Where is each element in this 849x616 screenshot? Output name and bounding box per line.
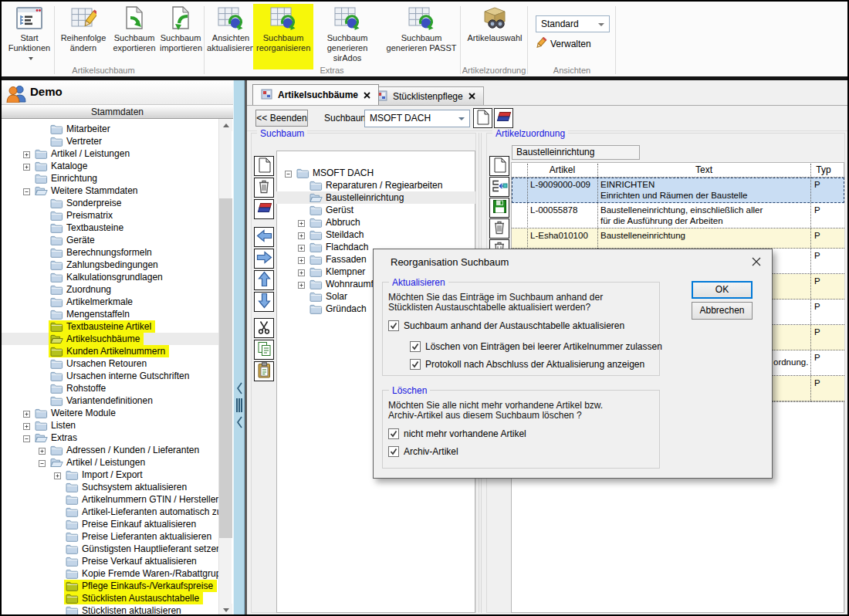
- tree-item-content[interactable]: Stücklisten aktualisieren: [64, 604, 185, 616]
- checkbox-checked-icon[interactable]: [388, 428, 399, 439]
- tree-item-content[interactable]: Ursachen Retouren: [49, 357, 151, 370]
- tree-item-content[interactable]: Geräte: [49, 234, 99, 246]
- ribbon-button-start-funktionen[interactable]: StartFunktionen: [6, 4, 52, 67]
- tree-item-content[interactable]: Rohstoffe: [49, 382, 110, 394]
- new-node-button[interactable]: [254, 156, 274, 176]
- erase-button[interactable]: [254, 199, 274, 219]
- ribbon-button-suchbaum-importieren[interactable]: Suchbaumimportieren: [160, 4, 201, 67]
- tree-item-content[interactable]: Preise Verkauf aktualisieren: [64, 555, 201, 567]
- new-entry-button[interactable]: [489, 156, 509, 176]
- delete-suchbaum-button[interactable]: [494, 108, 513, 128]
- tree-item-artikelnummern-gtin-hersteller-aktua[interactable]: Artikelnummern GTIN / Hersteller aktua: [2, 493, 220, 506]
- column-header-text[interactable]: Text: [597, 164, 810, 177]
- suchbaum-select[interactable]: MSOFT DACH: [364, 110, 470, 127]
- expand-icon[interactable]: [298, 243, 305, 254]
- close-icon[interactable]: [750, 256, 763, 268]
- tree-item-content[interactable]: Abbruch: [308, 216, 364, 228]
- abbrechen-button[interactable]: Abbrechen: [692, 302, 753, 320]
- column-header-artikel[interactable]: Artikel: [527, 164, 597, 177]
- tree-item-geräte[interactable]: Geräte: [2, 234, 220, 246]
- sidebar-section-stammdaten[interactable]: Stammdaten: [2, 106, 233, 119]
- tree-item-artikel-lieferanten-automatisch-zuordne[interactable]: Artikel-Lieferanten automatisch zuordne: [2, 506, 220, 518]
- tree-item-textbausteine[interactable]: Textbausteine: [2, 222, 220, 234]
- tree-item-content[interactable]: Kataloge: [33, 160, 91, 172]
- tree-item-import-export[interactable]: Import / Export: [2, 469, 220, 481]
- sidebar-splitter[interactable]: [233, 80, 245, 616]
- expand-icon[interactable]: [39, 446, 46, 457]
- checkbox-austauschtabelle[interactable]: Suchbaum anhand der Austauschtabelle akt…: [388, 320, 624, 331]
- tree-item-content[interactable]: Wohnraumfe: [308, 278, 382, 290]
- tree-item-einrichtung[interactable]: Einrichtung: [2, 172, 220, 184]
- tree-item-content[interactable]: Stücklisten Austauschtabelle: [64, 592, 203, 604]
- checkbox-protokoll[interactable]: Protokoll nach Abschluss der Aktualisier…: [410, 359, 644, 370]
- delete-entry-button[interactable]: [489, 218, 509, 239]
- tree-item-content[interactable]: Mitarbeiter: [49, 123, 114, 135]
- copy-button[interactable]: [254, 340, 274, 360]
- tree-item-content[interactable]: Gründach: [308, 303, 370, 315]
- tree-item-sonderpreise[interactable]: Sonderpreise: [2, 197, 220, 209]
- tree-item-content[interactable]: Steildach: [308, 228, 367, 241]
- tree-item-content[interactable]: Artikelnummern GTIN / Hersteller aktua: [64, 493, 220, 506]
- tree-item-artikelsuchbäume[interactable]: Artikelsuchbäume: [2, 333, 220, 345]
- tree-item-ursachen-retouren[interactable]: Ursachen Retouren: [2, 357, 220, 370]
- tree-item-adressen-kunden-lieferanten[interactable]: Adressen / Kunden / Lieferanten: [2, 444, 220, 456]
- delete-node-button[interactable]: [254, 178, 274, 198]
- tree-item-preise-lieferanten-aktualisieren[interactable]: Preise Lieferanten aktualisieren: [2, 530, 220, 543]
- paste-button[interactable]: [254, 361, 274, 381]
- tree-item-ursachen-interne-gutschriften[interactable]: Ursachen interne Gutschriften: [2, 370, 220, 382]
- tree-item-content[interactable]: Kopie Fremde Waren-/Rabattgruppen i: [64, 567, 220, 580]
- collapse-icon[interactable]: [23, 434, 30, 445]
- ribbon-button-suchbaum-reorganisieren[interactable]: Suchbaumreorganisieren: [256, 4, 310, 67]
- expand-icon[interactable]: [23, 150, 30, 161]
- zuordnung-filter-input[interactable]: Baustelleinrichtung: [512, 145, 640, 160]
- tree-item-content[interactable]: Artikel / Leistungen: [33, 147, 134, 160]
- move-up-button[interactable]: [254, 270, 274, 290]
- tree-item-kunden-artikelnummern[interactable]: Kunden Artikelnummern: [2, 345, 220, 357]
- table-row[interactable]: L-Esha010100BaustelleneinrichtungP: [512, 228, 844, 249]
- checkbox-archiv-artikel[interactable]: Archiv-Artikel: [388, 446, 458, 457]
- scroll-down-icon[interactable]: [219, 604, 232, 616]
- expand-icon[interactable]: [298, 218, 305, 229]
- tree-item-content[interactable]: Einrichtung: [33, 172, 101, 184]
- splitter-grip[interactable]: [238, 398, 240, 412]
- checkbox-loeschen-leere-artikelnummer[interactable]: Löschen von Einträgen bei leerer Artikel…: [410, 341, 662, 352]
- checkbox-checked-icon[interactable]: [388, 446, 399, 457]
- tree-item-kalkulationsgrundlagen[interactable]: Kalkulationsgrundlagen: [2, 271, 220, 283]
- ribbon-button-suchbaum-exportieren[interactable]: Suchbaumexportieren: [109, 4, 160, 67]
- tree-item-content[interactable]: Sonderpreise: [49, 197, 125, 209]
- tree-item-preise-einkauf-aktualisieren[interactable]: Preise Einkauf aktualisieren: [2, 518, 220, 530]
- tree-item-content[interactable]: Artikelmerkmale: [49, 296, 137, 308]
- tree-item-content[interactable]: Flachdach: [308, 241, 372, 253]
- move-right-button[interactable]: [254, 249, 274, 269]
- tree-item-content[interactable]: Ursachen interne Gutschriften: [49, 370, 193, 382]
- tree-item-weitere-module[interactable]: Weitere Module: [2, 407, 220, 419]
- tree-item-mengenstaffeln[interactable]: Mengenstaffeln: [2, 308, 220, 320]
- tree-item-stücklisten-aktualisieren[interactable]: Stücklisten aktualisieren: [2, 604, 220, 616]
- tree-item-günstigsten-hauptlieferant-setzen[interactable]: Günstigsten Hauptlieferant setzen: [2, 543, 220, 555]
- tree-item-kopie-fremde-waren-rabattgruppen-i[interactable]: Kopie Fremde Waren-/Rabattgruppen i: [2, 567, 220, 580]
- column-header-typ[interactable]: Typ: [810, 164, 837, 177]
- expand-icon[interactable]: [298, 231, 305, 242]
- move-left-button[interactable]: [254, 227, 274, 247]
- table-row[interactable]: L-00055878Baustelleneinrichtung, einschl…: [512, 203, 844, 228]
- splitter-grip[interactable]: [236, 398, 238, 412]
- tree-item-content[interactable]: Kalkulationsgrundlagen: [49, 271, 167, 283]
- tree-item-abbruch[interactable]: Abbruch: [276, 216, 475, 228]
- ribbon-button-suchbaum-generieren-passt[interactable]: Suchbaumgenerieren PASST: [384, 4, 458, 67]
- tree-item-content[interactable]: Gerüst: [308, 204, 357, 216]
- sidebar-scrollbar[interactable]: [218, 119, 232, 616]
- expand-icon[interactable]: [54, 471, 61, 482]
- tree-item-berechnungsformeln[interactable]: Berechnungsformeln: [2, 246, 220, 259]
- scroll-up-icon[interactable]: [219, 119, 232, 131]
- tree-item-content[interactable]: Reparaturen / Regiearbeiten: [308, 179, 446, 191]
- tree-item-content[interactable]: Preismatrix: [49, 209, 117, 222]
- tree-item-content[interactable]: Kunden Artikelnummern: [49, 345, 169, 357]
- tree-item-content[interactable]: Textbausteine Artikel: [49, 320, 155, 333]
- tree-item-content[interactable]: Suchsystem aktualisieren: [64, 481, 191, 493]
- tree-item-content[interactable]: Pflege Einkaufs-/Verkaufspreise: [64, 580, 217, 592]
- checkbox-checked-icon[interactable]: [410, 341, 421, 352]
- tree-item-content[interactable]: Baustelleinrichtung: [308, 191, 408, 204]
- tree-item-preise-verkauf-aktualisieren[interactable]: Preise Verkauf aktualisieren: [2, 555, 220, 567]
- tree-item-content[interactable]: Berechnungsformeln: [49, 246, 156, 259]
- tree-item-content[interactable]: Zahlungsbedingungen: [49, 259, 162, 271]
